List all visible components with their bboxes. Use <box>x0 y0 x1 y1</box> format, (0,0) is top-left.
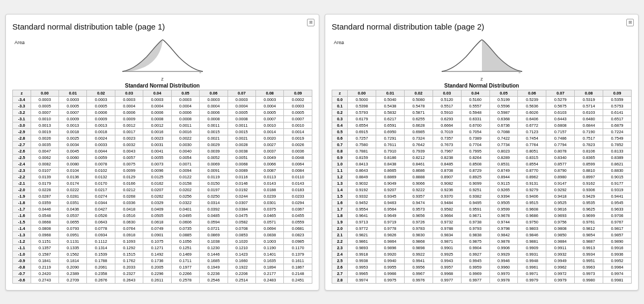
cell-value: 0.0005 <box>87 103 115 109</box>
cell-value: 0.9896 <box>376 244 405 251</box>
cell-value: 0.9918 <box>348 251 376 257</box>
cell-value: 0.8907 <box>433 173 461 180</box>
cell-value: 0.0073 <box>143 161 171 167</box>
cell-value: 0.1038 <box>200 238 228 244</box>
cell-value: 0.6517 <box>603 115 632 122</box>
z-value: 2.5 <box>332 257 348 264</box>
cell-value: 0.0030 <box>171 141 199 148</box>
table-row: -3.10.00100.00090.00090.00090.00080.0008… <box>13 115 312 122</box>
cell-value: 0.2578 <box>171 277 199 283</box>
cell-value: 0.0119 <box>200 173 228 180</box>
cell-value: 0.0125 <box>143 173 171 180</box>
cell-value: 0.0060 <box>59 154 87 161</box>
cell-value: 0.9803 <box>518 225 546 231</box>
table-row: 2.70.99650.99660.99670.99680.99690.99700… <box>332 270 632 277</box>
cell-value: 0.9732 <box>433 219 461 225</box>
cell-value: 0.5239 <box>518 96 546 103</box>
cell-value: 0.0475 <box>228 212 255 219</box>
cell-value: 0.9949 <box>546 257 575 264</box>
table-row: -2.20.01390.01360.01320.01290.01250.0122… <box>13 173 312 180</box>
cell-value: 0.2148 <box>284 270 312 277</box>
cell-value: 0.9370 <box>433 193 461 199</box>
cell-value: 0.1357 <box>31 244 58 251</box>
cell-value: 0.5910 <box>433 109 461 115</box>
cell-value: 0.2546 <box>200 277 228 283</box>
table-row: -2.50.00620.00600.00590.00570.00550.0054… <box>13 154 312 161</box>
page2-col-7: 0.07 <box>546 90 575 96</box>
cell-value: 0.9608 <box>518 206 546 212</box>
cell-value: 0.1292 <box>115 244 143 251</box>
cell-value: 0.7852 <box>603 141 632 148</box>
cell-value: 0.9162 <box>575 180 603 186</box>
table-row: 1.00.84130.84380.84610.84850.85080.85310… <box>332 161 632 167</box>
cell-value: 0.6736 <box>489 122 518 128</box>
cell-value: 0.0749 <box>143 225 171 231</box>
cell-value: 0.7357 <box>433 135 461 141</box>
cell-value: 0.1379 <box>284 251 312 257</box>
cell-value: 0.0107 <box>31 167 58 173</box>
cell-value: 0.0606 <box>171 219 199 225</box>
page2-area-arrow: → <box>339 41 344 46</box>
cell-value: 0.6217 <box>376 115 405 122</box>
page1-table: z 0.00 0.01 0.02 0.03 0.04 0.05 0.06 0.0… <box>12 90 312 284</box>
cell-value: 0.9971 <box>518 270 546 277</box>
cell-value: 0.5557 <box>461 103 489 109</box>
cell-value: 0.9881 <box>518 238 546 244</box>
z-value: 1.8 <box>332 212 348 219</box>
cell-value: 0.0003 <box>284 103 312 109</box>
cell-value: 0.0778 <box>87 225 115 231</box>
cell-value: 0.1210 <box>228 244 255 251</box>
cell-value: 0.0233 <box>284 193 312 199</box>
table-row: 2.60.99530.99550.99560.99570.99590.99600… <box>332 264 632 270</box>
cell-value: 0.5832 <box>376 109 405 115</box>
cell-value: 0.9656 <box>404 212 433 219</box>
table-row: -0.60.27430.27090.26760.26430.26110.2578… <box>13 277 312 283</box>
cell-value: 0.0013 <box>31 122 58 128</box>
cell-value: 0.0132 <box>87 173 115 180</box>
page1-corner-icon[interactable]: ⊠ <box>307 19 314 26</box>
cell-value: 0.9808 <box>546 225 575 231</box>
cell-value: 0.1814 <box>59 257 87 264</box>
table-row: -1.60.05480.05370.05260.05160.05050.0495… <box>13 212 312 219</box>
cell-value: 0.5120 <box>433 96 461 103</box>
cell-value: 0.0003 <box>256 96 284 103</box>
cell-value: 0.9972 <box>546 270 575 277</box>
cell-value: 0.0013 <box>87 122 115 128</box>
cell-value: 0.0436 <box>59 206 87 212</box>
page2-chart: Area → z <box>332 35 632 73</box>
cell-value: 0.0099 <box>115 167 143 173</box>
table-row: -1.00.15870.15620.15390.15150.14920.1469… <box>13 251 312 257</box>
cell-value: 0.2420 <box>31 270 58 277</box>
cell-value: 0.0087 <box>256 167 284 173</box>
cell-value: 0.9332 <box>348 193 376 199</box>
cell-value: 0.0329 <box>143 199 171 206</box>
cell-value: 0.0344 <box>87 199 115 206</box>
cell-value: 0.9177 <box>603 180 632 186</box>
z-value: -2.2 <box>13 173 31 180</box>
cell-value: 0.7389 <box>461 135 489 141</box>
table-row: 2.20.98610.98640.98680.98710.98750.98780… <box>332 238 632 244</box>
cell-value: 0.0055 <box>143 154 171 161</box>
cell-value: 0.0150 <box>200 180 228 186</box>
cell-value: 0.6772 <box>518 122 546 128</box>
cell-value: 0.6443 <box>546 115 575 122</box>
cell-value: 0.7910 <box>376 148 405 154</box>
table-row: -2.10.01790.01740.01700.01660.01620.0158… <box>13 180 312 186</box>
cell-value: 0.9913 <box>575 244 603 251</box>
cell-value: 0.9693 <box>546 212 575 219</box>
cell-value: 0.9834 <box>433 231 461 238</box>
page2-corner-icon[interactable]: ⊠ <box>626 19 634 26</box>
cell-value: 0.9564 <box>376 206 405 212</box>
cell-value: 0.5000 <box>348 96 376 103</box>
cell-value: 0.0110 <box>284 173 312 180</box>
table-row: -3.20.00070.00070.00060.00060.00060.0006… <box>13 109 312 115</box>
cell-value: 0.0018 <box>87 128 115 135</box>
cell-value: 0.8264 <box>461 154 489 161</box>
cell-value: 0.8944 <box>489 173 518 180</box>
cell-value: 0.1562 <box>59 251 87 257</box>
cell-value: 0.7157 <box>546 128 575 135</box>
cell-value: 0.2090 <box>59 264 87 270</box>
cell-value: 0.0869 <box>200 231 228 238</box>
cell-value: 0.9830 <box>404 231 433 238</box>
page2-table-header: z 0.00 0.01 0.02 0.03 0.04 0.05 0.06 0.0… <box>332 90 632 96</box>
